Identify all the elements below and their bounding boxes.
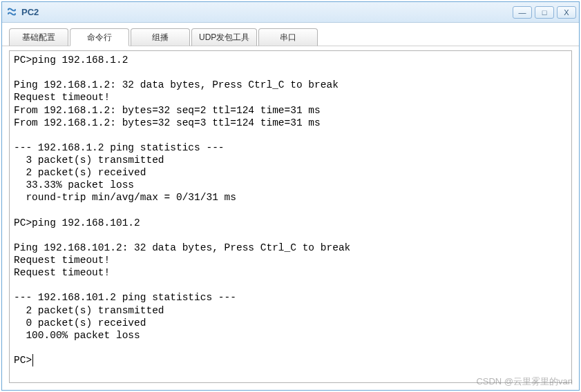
tab-udp-tool[interactable]: UDP发包工具 [191,28,257,46]
terminal-container: PC>ping 192.168.1.2 Ping 192.168.1.2: 32… [2,46,579,390]
titlebar: PC2 — □ X [2,2,579,23]
tab-multicast[interactable]: 组播 [131,28,190,46]
tab-cli[interactable]: 命令行 [70,28,129,46]
window-title: PC2 [21,7,513,17]
close-button[interactable]: X [557,6,576,19]
app-window: PC2 — □ X 基础配置 命令行 组播 UDP发包工具 串口 PC>ping… [1,1,580,391]
maximize-button[interactable]: □ [535,6,554,19]
window-buttons: — □ X [513,6,576,19]
app-icon [6,7,17,18]
terminal[interactable]: PC>ping 192.168.1.2 Ping 192.168.1.2: 32… [9,50,572,383]
tab-basic-config[interactable]: 基础配置 [9,28,68,46]
tabbar: 基础配置 命令行 组播 UDP发包工具 串口 [2,23,579,46]
tab-serial[interactable]: 串口 [258,28,318,46]
minimize-button[interactable]: — [513,6,532,19]
terminal-output: PC>ping 192.168.1.2 Ping 192.168.1.2: 32… [14,54,567,366]
